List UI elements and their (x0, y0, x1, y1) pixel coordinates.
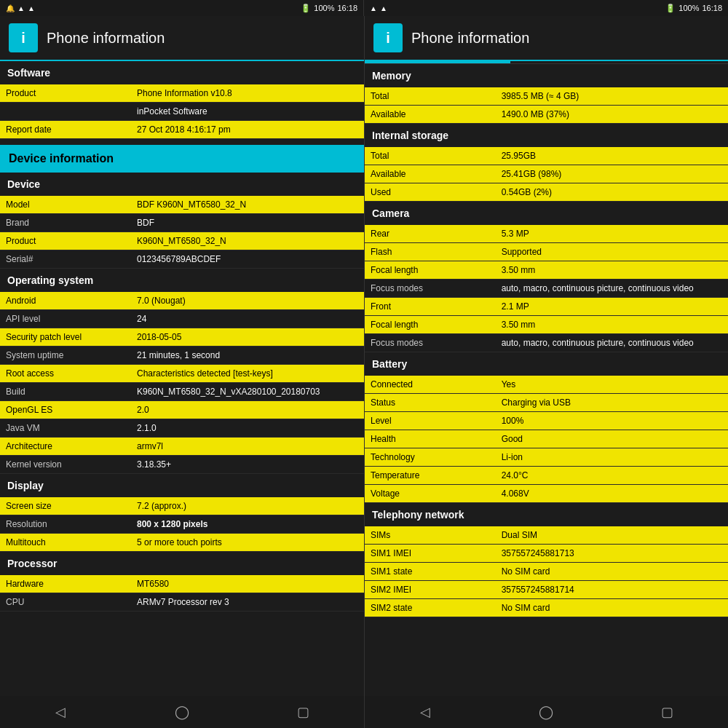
row-label: Product (0, 84, 131, 102)
row-value: 25.95GB (496, 147, 728, 165)
battery-table: Connected Yes Status Charging via USB Le… (365, 376, 728, 503)
row-value: No SIM card (496, 563, 728, 580)
row-value: Yes (496, 376, 728, 393)
screen-wrapper: 🔔 ▲ ▲ 🔋 100% 16:18 ▲ ▲ 🔋 100% 16:18 (0, 0, 728, 728)
display-section-header: Display (0, 474, 364, 497)
row-value: Li-ion (496, 448, 728, 466)
table-row: Status Charging via USB (365, 394, 728, 412)
row-value: 3.18.35+ (131, 456, 364, 473)
table-row: inPocket Software (0, 103, 364, 121)
table-row: SIM2 state No SIM card (365, 599, 728, 617)
row-label: Focus modes (365, 280, 496, 297)
left-app-header: i Phone information (0, 16, 364, 61)
signal-icon: ▲ (28, 4, 35, 12)
row-value: 5 or more touch poirts (131, 534, 364, 551)
row-value: 357557245881714 (496, 581, 728, 598)
os-section-header: Operating system (0, 269, 364, 292)
row-label: Total (365, 87, 496, 105)
back-icon-right: ◁ (420, 704, 430, 720)
row-value: inPocket Software (131, 103, 364, 120)
row-label: Hardware (0, 575, 131, 593)
back-button-left[interactable]: ◁ (39, 697, 82, 727)
storage-table: Total 25.95GB Available 25.41GB (98%) Us… (365, 147, 728, 202)
row-label: Technology (365, 448, 496, 466)
left-panel: i Phone information Software Product Pho… (0, 16, 364, 696)
table-row: Health Good (365, 430, 728, 448)
row-value: 25.41GB (98%) (496, 165, 728, 183)
table-row: Build K960N_MT6580_32_N_vXA280100_201807… (0, 383, 364, 401)
row-value: 24.0°C (496, 467, 728, 484)
row-value: MT6580 (131, 575, 364, 593)
status-bar-right: ▲ ▲ 🔋 100% 16:18 (364, 0, 728, 16)
battery-icon: 🔋 (301, 4, 311, 13)
row-value: 2.1 MP (496, 298, 728, 315)
back-button-right[interactable]: ◁ (403, 697, 447, 727)
device-table: Model BDF K960N_MT6580_32_N Brand BDF Pr… (0, 196, 364, 269)
table-row: Java VM 2.1.0 (0, 419, 364, 438)
camera-table: Rear 5.3 MP Flash Supported Focal length… (365, 225, 728, 352)
row-label: Kernel version (0, 456, 131, 473)
status-bar-left: 🔔 ▲ ▲ 🔋 100% 16:18 (0, 0, 364, 16)
bottom-nav-left: ◁ ◯ ▢ (0, 696, 364, 728)
row-value: ARMv7 Processor rev 3 (131, 593, 364, 611)
table-row: Total 3985.5 MB (≈ 4 GB) (365, 87, 728, 106)
memory-header: Memory (365, 64, 728, 87)
table-row: Rear 5.3 MP (365, 225, 728, 243)
status-right-right: 🔋 100% 16:18 (665, 4, 722, 13)
device-banner-text: Device information (9, 152, 114, 165)
recents-button-left[interactable]: ▢ (282, 697, 325, 727)
table-row: Android 7.0 (Nougat) (0, 292, 364, 310)
table-row: Focal length 3.50 mm (365, 261, 728, 280)
recents-button-right[interactable]: ▢ (646, 697, 689, 727)
right-app-title: Phone information (411, 30, 529, 47)
row-value: K960N_MT6580_32_N_vXA280100_20180703 (131, 383, 364, 400)
processor-table: Hardware MT6580 CPU ARMv7 Processor rev … (0, 575, 364, 612)
app-icon-right: i (373, 23, 403, 52)
table-row: Brand BDF (0, 214, 364, 232)
software-table: Product Phone Information v10.8 inPocket… (0, 84, 364, 139)
row-value: 2018-05-05 (131, 328, 364, 346)
row-value: 3.50 mm (496, 261, 728, 279)
table-row: Level 100% (365, 412, 728, 430)
table-row: SIMs Dual SIM (365, 526, 728, 545)
os-table: Android 7.0 (Nougat) API level 24 Securi… (0, 292, 364, 474)
row-label: Focal length (365, 316, 496, 333)
row-label: Product (0, 232, 131, 250)
row-value: No SIM card (496, 599, 728, 617)
row-value: 0123456789ABCDEF (131, 250, 364, 268)
row-label: Build (0, 383, 131, 400)
home-button-right[interactable]: ◯ (524, 697, 568, 727)
row-value: Phone Information v10.8 (131, 84, 364, 102)
battery-percent-left: 100% (314, 4, 334, 12)
device-section-header: Device (0, 173, 364, 196)
row-value: 5.3 MP (496, 225, 728, 242)
row-value: Dual SIM (496, 526, 728, 544)
processor-section-header: Processor (0, 552, 364, 575)
right-app-header: i Phone information (365, 16, 728, 61)
row-label: Health (365, 430, 496, 448)
row-value: 100% (496, 412, 728, 430)
row-value: 27 Oct 2018 4:16:17 pm (131, 121, 364, 138)
home-button-left[interactable]: ◯ (160, 697, 204, 727)
table-row: Screen size 7.2 (approx.) (0, 497, 364, 515)
table-row: Temperature 24.0°C (365, 467, 728, 485)
row-label: Flash (365, 243, 496, 261)
row-label: Connected (365, 376, 496, 393)
row-label: CPU (0, 593, 131, 611)
row-label: Voltage (365, 485, 496, 502)
wifi-icon: ▲ (17, 4, 25, 12)
table-row: Report date 27 Oct 2018 4:16:17 pm (0, 121, 364, 139)
status-icons-right: ▲ ▲ (370, 4, 387, 12)
row-label: Resolution (0, 515, 131, 533)
app-icon-left: i (9, 23, 38, 52)
table-row: Connected Yes (365, 376, 728, 394)
table-row: System uptime 21 minutes, 1 second (0, 347, 364, 365)
table-row: Architecture armv7l (0, 438, 364, 456)
time-right: 16:18 (702, 4, 722, 12)
row-label: System uptime (0, 347, 131, 364)
table-row: Root access Characteristics detected [te… (0, 365, 364, 383)
bottom-nav-row: ◁ ◯ ▢ ◁ ◯ ▢ (0, 696, 728, 728)
storage-header: Internal storage (365, 124, 728, 147)
row-label: Focus modes (365, 334, 496, 352)
row-label (0, 103, 131, 120)
